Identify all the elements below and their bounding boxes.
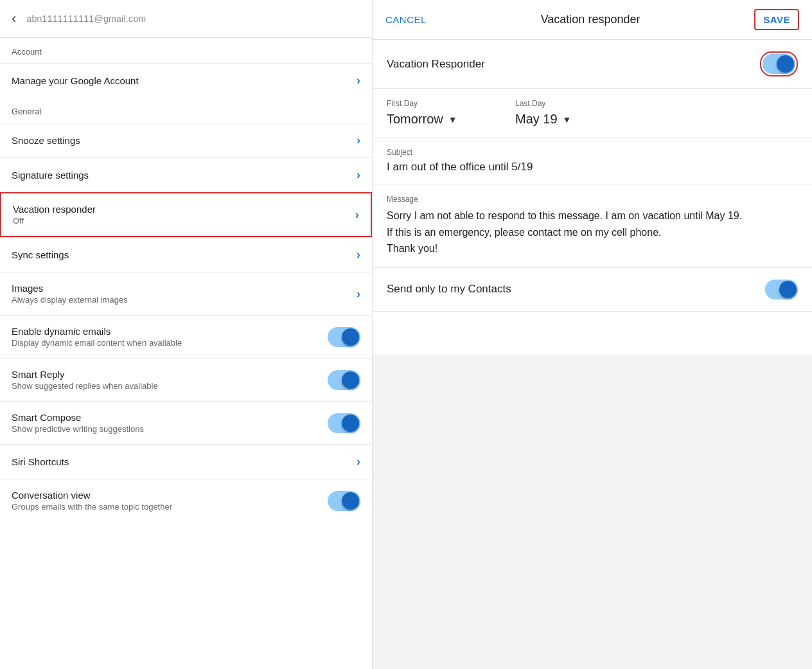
chevron-right-icon: › [357,74,360,87]
images-subtitle: Always display external images [12,295,128,305]
subject-row: Subject I am out of the office until 5/1… [373,138,812,184]
last-day-value: May 19 [515,112,558,127]
dynamic-emails-content: Enable dynamic emails Display dynamic em… [12,326,182,348]
vacation-responder-label: Vacation responder [13,204,96,215]
left-header: ‹ abn1111111111@gmail.com [0,0,372,38]
manage-google-item[interactable]: Manage your Google Account › [0,63,372,98]
contacts-toggle[interactable] [765,280,798,299]
vacation-responder-toggle-label: Vacation Responder [387,58,485,71]
subject-value[interactable]: I am out of the office until 5/19 [387,161,798,174]
first-day-chevron-icon: ▼ [448,114,457,125]
last-day-label: Last Day [515,99,618,108]
images-content: Images Always display external images [12,283,128,305]
vacation-responder-toggle-row: Vacation Responder [373,40,812,89]
images-label: Images [12,283,128,294]
images-item[interactable]: Images Always display external images › [0,272,372,315]
conversation-view-item[interactable]: Conversation view Groups emails with the… [0,479,372,522]
dynamic-emails-label: Enable dynamic emails [12,326,182,337]
left-panel: ‹ abn1111111111@gmail.com Account Manage… [0,0,373,669]
chevron-right-icon: › [357,248,360,262]
chevron-right-icon: › [357,287,360,301]
contacts-label: Send only to my Contacts [387,283,511,296]
last-day-select[interactable]: May 19 ▼ [515,112,618,127]
message-value[interactable]: Sorry I am not able to respond to this m… [387,208,798,257]
siri-shortcuts-item[interactable]: Siri Shortcuts › [0,444,372,479]
siri-shortcuts-label: Siri Shortcuts [12,456,69,467]
snooze-settings-item[interactable]: Snooze settings › [0,123,372,157]
dynamic-emails-item[interactable]: Enable dynamic emails Display dynamic em… [0,315,372,358]
last-day-field: Last Day May 19 ▼ [515,99,618,127]
conversation-view-content: Conversation view Groups emails with the… [12,490,172,512]
smart-reply-toggle[interactable] [328,370,360,390]
smart-compose-content: Smart Compose Show predictive writing su… [12,412,144,434]
smart-compose-toggle[interactable] [328,413,360,433]
chevron-right-icon: › [357,455,360,468]
snooze-settings-label: Snooze settings [12,135,80,146]
last-day-chevron-icon: ▼ [563,114,572,125]
section-account: Account [0,38,372,63]
smart-reply-item[interactable]: Smart Reply Show suggested replies when … [0,358,372,401]
contacts-row: Send only to my Contacts [373,268,812,312]
sync-settings-item[interactable]: Sync settings › [0,237,372,272]
conversation-view-subtitle: Groups emails with the same topic togeth… [12,502,172,512]
right-panel: CANCEL Vacation responder SAVE Vacation … [373,0,812,669]
right-content: Vacation Responder First Day Tomorrow ▼ … [373,40,812,355]
chevron-right-icon: › [357,134,360,147]
save-button[interactable]: SAVE [754,9,799,30]
right-title: Vacation responder [541,13,640,26]
vacation-status-label: Off [13,216,96,226]
smart-reply-subtitle: Show suggested replies when available [12,381,158,391]
first-day-select[interactable]: Tomorrow ▼ [387,112,490,127]
dynamic-emails-subtitle: Display dynamic email content when avail… [12,338,182,348]
section-general: General [0,98,372,123]
cancel-button[interactable]: CANCEL [385,14,427,25]
smart-reply-content: Smart Reply Show suggested replies when … [12,369,158,391]
vacation-responder-item[interactable]: Vacation responder Off › [0,192,372,237]
back-button[interactable]: ‹ [12,10,16,27]
sync-settings-label: Sync settings [12,249,69,260]
smart-compose-item[interactable]: Smart Compose Show predictive writing su… [0,401,372,444]
signature-settings-label: Signature settings [12,170,89,181]
vacation-responder-toggle-wrapper[interactable] [760,51,798,76]
date-row: First Day Tomorrow ▼ Last Day May 19 ▼ [373,89,812,138]
smart-compose-subtitle: Show predictive writing suggestions [12,424,144,434]
vacation-responder-content: Vacation responder Off [13,204,96,226]
dynamic-emails-toggle[interactable] [328,327,360,347]
subject-label: Subject [387,148,798,157]
right-header: CANCEL Vacation responder SAVE [373,0,812,40]
conversation-view-label: Conversation view [12,490,172,501]
message-row: Message Sorry I am not able to respond t… [373,184,812,268]
smart-reply-label: Smart Reply [12,369,158,380]
first-day-field: First Day Tomorrow ▼ [387,99,490,127]
first-day-value: Tomorrow [387,112,443,127]
account-email: abn1111111111@gmail.com [26,13,146,24]
smart-compose-label: Smart Compose [12,412,144,423]
chevron-right-icon: › [357,168,360,182]
signature-settings-item[interactable]: Signature settings › [0,157,372,192]
manage-google-label: Manage your Google Account [12,75,139,86]
first-day-label: First Day [387,99,490,108]
right-footer [373,355,812,670]
conversation-view-toggle[interactable] [328,491,360,511]
message-label: Message [387,195,798,204]
chevron-right-icon: › [355,208,359,222]
